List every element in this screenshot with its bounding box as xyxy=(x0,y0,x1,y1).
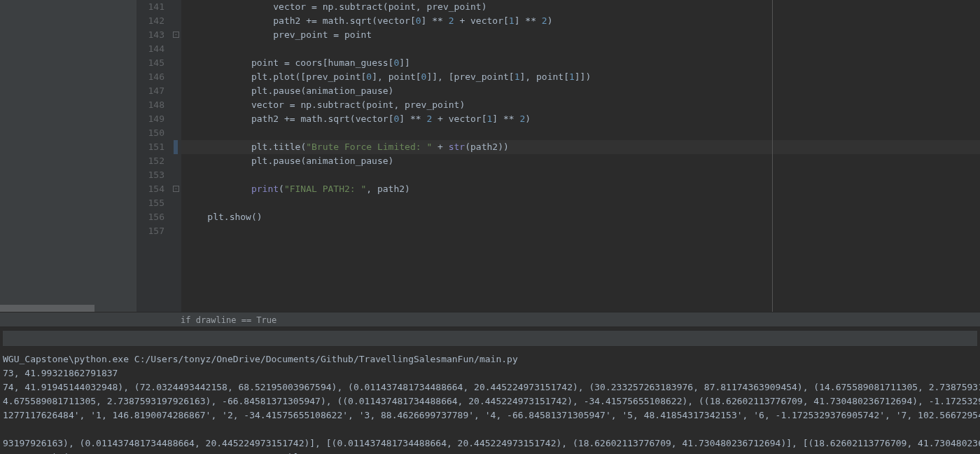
code-line[interactable]: plt.plot([prev_point[0], point[0]], [pre… xyxy=(181,70,980,84)
scrollbar-thumb[interactable] xyxy=(0,305,94,312)
code-line[interactable] xyxy=(181,42,980,56)
line-number[interactable]: 149 xyxy=(136,112,164,126)
project-panel xyxy=(0,0,136,312)
line-number[interactable]: 146 xyxy=(136,70,164,84)
code-line[interactable] xyxy=(181,168,980,182)
code-line[interactable]: path2 += math.sqrt(vector[0] ** 2 + vect… xyxy=(181,112,980,126)
project-horizontal-scrollbar[interactable] xyxy=(0,305,136,312)
caret-indicator xyxy=(174,140,178,154)
breadcrumb-text: if drawline == True xyxy=(181,315,276,325)
line-number[interactable]: 155 xyxy=(136,196,164,210)
line-number[interactable]: 154 xyxy=(136,182,164,196)
line-number[interactable]: 150 xyxy=(136,126,164,140)
code-line[interactable]: vector = np.subtract(point, prev_point) xyxy=(181,98,980,112)
editor-area: 1411421431441451461471481491501511521531… xyxy=(0,0,980,312)
code-line[interactable]: point = coors[human_guess[0]] xyxy=(181,56,980,70)
line-number[interactable]: 144 xyxy=(136,42,164,56)
code-line[interactable]: print("FINAL PATH2: ", path2) xyxy=(181,182,980,196)
code-editor[interactable]: vector = np.subtract(point, prev_point) … xyxy=(181,0,980,312)
console-toolbar xyxy=(3,330,977,347)
console-output[interactable]: WGU_Capstone\python.exe C:/Users/tonyz/O… xyxy=(3,352,977,454)
editor-right-border xyxy=(772,0,773,312)
line-number[interactable]: 145 xyxy=(136,56,164,70)
line-number[interactable]: 156 xyxy=(136,210,164,224)
fold-column[interactable]: -- xyxy=(172,0,181,312)
code-line[interactable]: plt.show() xyxy=(181,210,980,224)
code-line[interactable]: vector = np.subtract(point, prev_point) xyxy=(181,0,980,14)
line-number[interactable]: 151 xyxy=(136,140,164,154)
line-number[interactable]: 157 xyxy=(136,224,164,238)
line-number[interactable]: 143 xyxy=(136,28,164,42)
code-line[interactable] xyxy=(181,224,980,238)
line-number[interactable]: 148 xyxy=(136,98,164,112)
code-line[interactable]: plt.title("Brute Force Limited: " + str(… xyxy=(181,140,980,154)
code-line[interactable] xyxy=(181,126,980,140)
fold-marker-icon[interactable]: - xyxy=(173,32,179,38)
run-console[interactable]: WGU_Capstone\python.exe C:/Users/tonyz/O… xyxy=(0,327,980,454)
line-number[interactable]: 152 xyxy=(136,154,164,168)
breadcrumb-bar[interactable]: if drawline == True xyxy=(0,312,980,327)
line-number[interactable]: 153 xyxy=(136,168,164,182)
code-line[interactable]: path2 += math.sqrt(vector[0] ** 2 + vect… xyxy=(181,14,980,28)
code-line[interactable]: prev_point = point xyxy=(181,28,980,42)
line-number[interactable]: 147 xyxy=(136,84,164,98)
code-line[interactable]: plt.pause(animation_pause) xyxy=(181,84,980,98)
line-number[interactable]: 141 xyxy=(136,0,164,14)
line-number[interactable]: 142 xyxy=(136,14,164,28)
code-line[interactable] xyxy=(181,196,980,210)
code-line[interactable]: plt.pause(animation_pause) xyxy=(181,154,980,168)
fold-marker-icon[interactable]: - xyxy=(173,186,179,192)
line-number-gutter[interactable]: 1411421431441451461471481491501511521531… xyxy=(136,0,172,312)
